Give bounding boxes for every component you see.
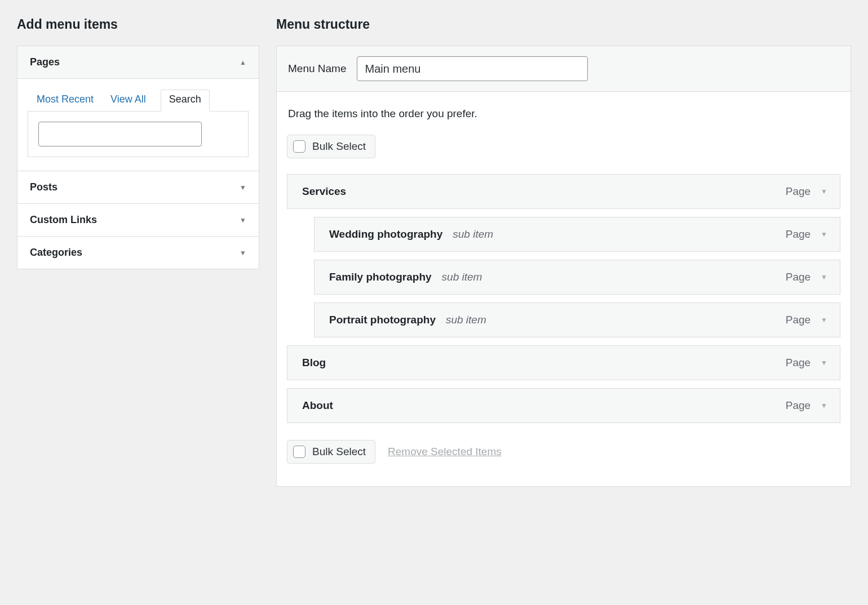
checkbox-icon [293,446,305,458]
menu-item-title: Family photography [329,271,432,283]
menu-item-type: Page [786,271,811,283]
menu-item-type: Page [786,228,811,241]
checkbox-icon [293,140,305,153]
menu-name-label: Menu Name [288,63,347,75]
chevron-down-icon: ▼ [240,216,246,224]
menu-structure-panel: Menu Name Drag the items into the order … [276,46,851,487]
menu-item-sub-label: sub item [446,314,486,326]
tab-panel-search [28,111,249,157]
menu-item-type: Page [786,399,811,412]
accordion-header-custom-links[interactable]: Custom Links ▼ [17,204,259,236]
bulk-select-label: Bulk Select [312,446,366,458]
menu-item-title: Services [302,185,346,198]
chevron-down-icon[interactable]: ▼ [821,402,827,410]
accordion-header-pages[interactable]: Pages ▲ [17,46,259,79]
accordion-label: Categories [30,247,82,259]
menu-item-sub-label: sub item [442,271,482,283]
menu-item[interactable]: Family photographysub itemPage▼ [314,260,840,295]
bulk-select-button-bottom[interactable]: Bulk Select [287,440,375,464]
chevron-down-icon: ▼ [240,249,246,257]
remove-selected-link[interactable]: Remove Selected Items [388,446,502,458]
tab-most-recent[interactable]: Most Recent [34,90,96,111]
chevron-down-icon[interactable]: ▼ [821,273,827,281]
menu-item[interactable]: Portrait photographysub itemPage▼ [314,302,840,337]
accordion-body-pages: Most Recent View All Search [17,79,259,171]
menu-item-title: Wedding photography [329,228,442,241]
tab-search[interactable]: Search [161,90,210,112]
menu-item[interactable]: Wedding photographysub itemPage▼ [314,217,840,252]
menu-items-list: ServicesPage▼Wedding photographysub item… [287,174,840,423]
menu-item-type: Page [786,357,811,369]
accordion-label: Posts [30,181,57,193]
add-items-accordion: Pages ▲ Most Recent View All Search [17,46,259,269]
menu-header: Menu Name [277,46,851,92]
menu-item-type: Page [786,314,811,326]
add-menu-items-heading: Add menu items [17,17,259,32]
chevron-down-icon[interactable]: ▼ [821,359,827,367]
menu-item-title: Portrait photography [329,314,436,326]
pages-search-input[interactable] [38,122,202,146]
bulk-select-label: Bulk Select [312,140,366,153]
menu-item-title: Blog [302,357,326,369]
chevron-down-icon[interactable]: ▼ [821,316,827,324]
menu-name-input[interactable] [357,56,588,81]
menu-item-type: Page [786,185,811,198]
bulk-select-button-top[interactable]: Bulk Select [287,135,375,158]
tab-view-all[interactable]: View All [108,90,148,111]
menu-structure-heading: Menu structure [276,17,851,32]
menu-item-title: About [302,399,333,412]
accordion-header-categories[interactable]: Categories ▼ [17,237,259,269]
chevron-up-icon: ▲ [240,59,246,66]
chevron-down-icon[interactable]: ▼ [821,188,827,195]
accordion-header-posts[interactable]: Posts ▼ [17,171,259,203]
drag-instructions: Drag the items into the order you prefer… [287,108,840,120]
chevron-down-icon[interactable]: ▼ [821,230,827,238]
accordion-label: Custom Links [30,214,97,226]
chevron-down-icon: ▼ [240,184,246,192]
menu-item-sub-label: sub item [453,228,493,241]
menu-item[interactable]: ServicesPage▼ [287,174,840,209]
accordion-label: Pages [30,56,60,68]
menu-item[interactable]: AboutPage▼ [287,388,840,423]
menu-item[interactable]: BlogPage▼ [287,345,840,380]
